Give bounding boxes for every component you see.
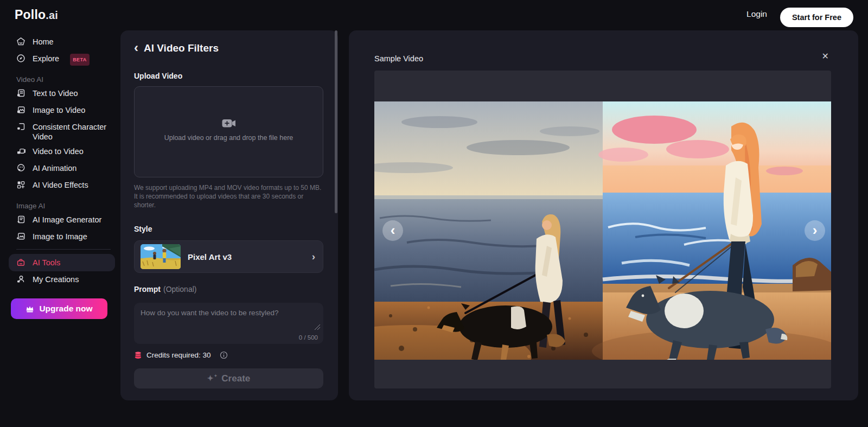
sidebar-item-label: AI Animation: [33, 163, 76, 173]
sidebar-item-my-creations[interactable]: My Creations: [16, 271, 116, 288]
sidebar-item-image-to-video[interactable]: Image to Video: [16, 102, 116, 118]
character-video-icon: [16, 122, 25, 131]
info-icon[interactable]: [220, 351, 228, 359]
sidebar-item-explore[interactable]: Explore BETA: [16, 50, 116, 67]
credits-row: Credits required: 30: [134, 351, 228, 359]
video-frame: [374, 101, 831, 360]
beta-badge: BETA: [70, 54, 89, 66]
sample-video-title: Sample Video: [374, 54, 423, 63]
section-label-image-ai: Image AI: [16, 201, 116, 212]
upload-inner: Upload video or drag and drop the file h…: [135, 118, 323, 142]
sidebar-item-text-to-video[interactable]: Text to Video: [16, 85, 116, 101]
sidebar-item-label: Explore: [33, 54, 59, 63]
sidebar-item-label: AI Image Generator: [33, 215, 101, 225]
style-thumbnail: [141, 244, 181, 269]
toolbox-icon: [16, 258, 25, 267]
style-value: Pixel Art v3: [188, 252, 305, 262]
sample-video-panel: Sample Video ✕: [349, 30, 858, 400]
video-to-video-icon: [16, 146, 25, 156]
prompt-optional-label: (Optional): [163, 285, 196, 294]
compass-icon: [16, 54, 25, 63]
sidebar-item-ai-video-effects[interactable]: AI Video Effects: [16, 177, 116, 193]
login-link[interactable]: Login: [746, 9, 767, 19]
sidebar-divider: [16, 249, 111, 250]
next-video-button[interactable]: ›: [805, 220, 825, 241]
text-to-video-icon: [16, 88, 25, 98]
crown-icon: [25, 305, 34, 313]
sidebar-item-label: Video to Video: [33, 146, 84, 156]
topbar: Pollo.ai Login Start for Free: [0, 0, 868, 30]
sidebar-item-image-to-image[interactable]: Image to Image: [16, 228, 116, 245]
sidebar-item-label: My Creations: [33, 275, 79, 284]
sidebar-item-label: Consistent Character Video: [33, 122, 108, 142]
prompt-box: 0 / 500: [134, 303, 323, 344]
brand-logo[interactable]: Pollo.ai: [15, 8, 58, 22]
upload-hint: Upload video or drag and drop the file h…: [135, 134, 323, 142]
home-icon: [16, 37, 25, 46]
sparkle-icon: ✦: [207, 374, 217, 383]
person-icon: [16, 275, 25, 284]
composer-scrollbar[interactable]: [335, 30, 337, 213]
credits-coins-icon: [134, 351, 142, 359]
video-player[interactable]: ‹ ›: [374, 71, 831, 388]
chevron-left-icon: ‹: [391, 221, 395, 239]
video-plus-icon: [222, 118, 236, 129]
ai-animation-icon: [16, 163, 25, 173]
composer-header: ‹ AI Video Filters: [134, 42, 219, 54]
sidebar: Home Explore BETA Video AI Text to Video…: [0, 30, 120, 319]
sidebar-item-label: Text to Video: [33, 88, 78, 98]
sidebar-item-label: AI Tools: [33, 258, 60, 267]
sidebar-item-ai-tools[interactable]: AI Tools: [9, 254, 115, 271]
chevron-right-icon: ›: [312, 251, 315, 263]
brand-suffix: .ai: [46, 9, 58, 21]
prev-video-button[interactable]: ‹: [382, 220, 403, 241]
sidebar-item-label: AI Video Effects: [33, 180, 88, 190]
create-button[interactable]: ✦ Create: [134, 368, 323, 388]
upgrade-now-button[interactable]: Upgrade now: [11, 298, 107, 319]
create-label: Create: [221, 373, 250, 384]
brand-name: Pollo: [15, 8, 46, 22]
upload-video-label: Upload Video: [134, 72, 182, 80]
sidebar-item-label: Image to Image: [33, 232, 87, 241]
close-icon[interactable]: ✕: [822, 52, 829, 61]
sidebar-item-video-to-video[interactable]: Video to Video: [16, 143, 116, 160]
upgrade-label: Upgrade now: [39, 304, 92, 314]
style-label: Style: [134, 225, 152, 233]
composer-panel: ‹ AI Video Filters Upload Video Upload v…: [120, 30, 338, 400]
prompt-input[interactable]: [134, 303, 323, 344]
resize-handle[interactable]: [315, 324, 320, 330]
sidebar-item-consistent-character-video[interactable]: Consistent Character Video: [16, 119, 116, 143]
sidebar-item-ai-animation[interactable]: AI Animation: [16, 160, 116, 176]
sidebar-item-label: Image to Video: [33, 105, 85, 115]
credits-text: Credits required: 30: [146, 351, 211, 359]
upload-note: We support uploading MP4 and MOV video f…: [134, 183, 323, 209]
ai-video-effects-icon: [16, 180, 25, 189]
prompt-label-row: Prompt(Optional): [134, 285, 196, 294]
sidebar-item-ai-image-generator[interactable]: AI Image Generator: [16, 212, 116, 228]
back-chevron-icon[interactable]: ‹: [134, 42, 138, 54]
sidebar-item-label: Home: [33, 37, 54, 47]
start-for-free-button[interactable]: Start for Free: [780, 8, 853, 27]
image-to-video-icon: [16, 105, 25, 114]
sidebar-item-home[interactable]: Home: [16, 34, 116, 50]
prompt-label: Prompt: [134, 285, 161, 294]
upload-dropzone[interactable]: Upload video or drag and drop the file h…: [134, 86, 323, 177]
image-to-image-icon: [16, 232, 25, 241]
ai-image-generator-icon: [16, 215, 25, 224]
section-label-video-ai: Video AI: [16, 74, 116, 85]
style-selector[interactable]: Pixel Art v3 ›: [134, 240, 323, 273]
char-counter: 0 / 500: [299, 334, 318, 341]
chevron-right-icon: ›: [813, 221, 818, 239]
page-title: AI Video Filters: [144, 42, 219, 54]
